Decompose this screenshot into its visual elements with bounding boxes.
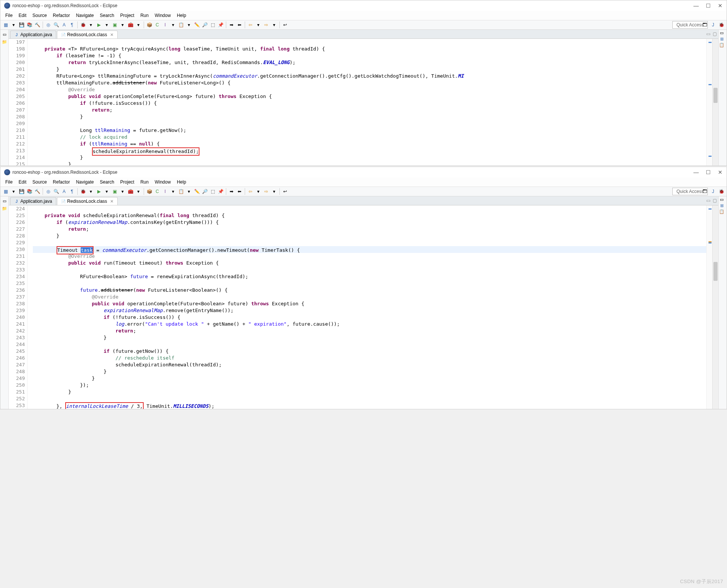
java-perspective-icon[interactable]: J — [709, 188, 717, 195]
minimize-icon[interactable]: — — [693, 3, 699, 8]
dropdown-icon[interactable]: ▾ — [185, 188, 193, 195]
back-icon[interactable]: ⇦ — [247, 21, 254, 29]
dropdown-icon[interactable]: ▾ — [169, 188, 177, 195]
wand-icon[interactable]: ✏️ — [193, 21, 201, 29]
pin-icon[interactable]: 📌 — [217, 21, 224, 29]
new-interface-icon[interactable]: I — [161, 188, 169, 195]
save-icon[interactable]: 💾 — [18, 21, 25, 29]
new-class-icon[interactable]: C — [153, 21, 161, 29]
maximize-editor-icon[interactable]: ▢ — [713, 31, 717, 37]
tab-list-icon[interactable]: ▭ — [706, 31, 710, 37]
debug-icon[interactable]: 🐞 — [79, 188, 87, 195]
forward-icon[interactable]: ⇨ — [262, 21, 270, 29]
editor-tab[interactable]: JApplication.java — [10, 31, 56, 38]
task-list-icon[interactable]: 📋 — [719, 208, 725, 214]
dropdown-icon[interactable]: ▾ — [103, 188, 110, 195]
dropdown-icon[interactable]: ▾ — [270, 188, 278, 195]
external-tools-icon[interactable]: 🧰 — [127, 188, 134, 195]
perspective-icon[interactable]: 🗔 — [701, 188, 709, 195]
menu-edit[interactable]: Edit — [16, 12, 29, 19]
menu-source[interactable]: Source — [30, 12, 49, 19]
menu-edit[interactable]: Edit — [16, 178, 29, 186]
dropdown-icon[interactable]: ▾ — [270, 21, 278, 29]
dropdown-icon[interactable]: ▾ — [255, 188, 262, 195]
dropdown-icon[interactable]: ▾ — [10, 21, 17, 29]
fold-gutter[interactable] — [28, 205, 32, 409]
overview-ruler[interactable] — [706, 205, 712, 409]
new-package-icon[interactable]: 📦 — [146, 21, 153, 29]
save-all-icon[interactable]: 📚 — [26, 188, 33, 195]
run-icon[interactable]: ▶ — [95, 188, 103, 195]
prev-annotation-icon[interactable]: ⬅ — [236, 188, 243, 195]
package-explorer-icon[interactable]: 📁 — [2, 39, 8, 45]
dropdown-icon[interactable]: ▾ — [87, 21, 95, 29]
dropdown-icon[interactable]: ▾ — [135, 21, 142, 29]
debug-icon[interactable]: 🐞 — [79, 21, 87, 29]
perspective-icon[interactable]: 🗔 — [701, 21, 709, 29]
overview-ruler[interactable] — [706, 39, 712, 165]
open-task-icon[interactable]: 📋 — [177, 21, 185, 29]
package-explorer-icon[interactable]: 📁 — [2, 205, 8, 211]
open-task-icon[interactable]: 📋 — [177, 188, 185, 195]
prev-annotation-icon[interactable]: ⬅ — [236, 21, 243, 29]
menu-run[interactable]: Run — [138, 178, 151, 186]
external-tools-icon[interactable]: 🧰 — [127, 21, 134, 29]
dropdown-icon[interactable]: ▾ — [185, 21, 193, 29]
show-whitespace-icon[interactable]: ¶ — [68, 21, 76, 29]
forward-icon[interactable]: ⇨ — [262, 188, 270, 195]
new-class-icon[interactable]: C — [153, 188, 161, 195]
menu-source[interactable]: Source — [30, 178, 49, 186]
search-icon[interactable]: 🔍 — [52, 188, 60, 195]
outline-icon[interactable]: ⊞ — [719, 36, 725, 42]
maximize-editor-icon[interactable]: ▢ — [713, 198, 717, 203]
find-icon[interactable]: 🔎 — [201, 188, 209, 195]
maximize-icon[interactable]: ☐ — [706, 3, 711, 8]
build-icon[interactable]: 🔨 — [34, 188, 41, 195]
menu-project[interactable]: Project — [118, 178, 137, 186]
dropdown-icon[interactable]: ▾ — [87, 188, 95, 195]
code-editor[interactable]: private <T> RFuture<Long> tryAcquireAsyn… — [32, 39, 706, 165]
coverage-icon[interactable]: ▣ — [111, 21, 118, 29]
new-icon[interactable]: ▦ — [2, 188, 9, 195]
search-icon[interactable]: 🔍 — [52, 21, 60, 29]
dropdown-icon[interactable]: ▾ — [119, 188, 126, 195]
bookmark-icon[interactable]: ⬚ — [209, 21, 216, 29]
tab-list-icon[interactable]: ▭ — [706, 198, 710, 203]
dropdown-icon[interactable]: ▾ — [103, 21, 110, 29]
next-annotation-icon[interactable]: ➡ — [228, 188, 235, 195]
close-tab-icon[interactable]: ✕ — [110, 199, 113, 204]
restore-icon[interactable]: ▭ — [2, 198, 8, 204]
new-icon[interactable]: ▦ — [2, 21, 9, 29]
restore-icon[interactable]: ▭ — [2, 31, 8, 37]
open-type-icon[interactable]: ◎ — [44, 188, 52, 195]
toggle-mark-icon[interactable]: A — [60, 188, 68, 195]
code-editor[interactable]: private void scheduleExpirationRenewal(f… — [32, 205, 706, 409]
maximize-icon[interactable]: ☐ — [706, 170, 711, 175]
dropdown-icon[interactable]: ▾ — [169, 21, 177, 29]
dropdown-icon[interactable]: ▾ — [255, 21, 262, 29]
last-edit-icon[interactable]: ↩ — [281, 188, 289, 195]
run-icon[interactable]: ▶ — [95, 21, 103, 29]
dropdown-icon[interactable]: ▾ — [135, 188, 142, 195]
next-annotation-icon[interactable]: ➡ — [228, 21, 235, 29]
close-icon[interactable]: ✕ — [718, 3, 723, 8]
show-whitespace-icon[interactable]: ¶ — [68, 188, 76, 195]
java-perspective-icon[interactable]: J — [709, 21, 717, 29]
save-all-icon[interactable]: 📚 — [26, 21, 33, 29]
bookmark-icon[interactable]: ⬚ — [209, 188, 216, 195]
build-icon[interactable]: 🔨 — [34, 21, 41, 29]
fold-gutter[interactable] — [28, 39, 32, 165]
find-icon[interactable]: 🔎 — [201, 21, 209, 29]
restore-icon[interactable]: ▭ — [719, 30, 725, 36]
menu-window[interactable]: Window — [152, 178, 173, 186]
task-list-icon[interactable]: 📋 — [719, 42, 725, 48]
menu-navigate[interactable]: Navigate — [73, 178, 96, 186]
menu-search[interactable]: Search — [97, 12, 117, 19]
minimize-icon[interactable]: — — [693, 170, 699, 175]
toggle-mark-icon[interactable]: A — [60, 21, 68, 29]
new-package-icon[interactable]: 📦 — [146, 188, 153, 195]
back-icon[interactable]: ⇦ — [247, 188, 254, 195]
wand-icon[interactable]: ✏️ — [193, 188, 201, 195]
menu-navigate[interactable]: Navigate — [73, 12, 96, 19]
new-interface-icon[interactable]: I — [161, 21, 169, 29]
